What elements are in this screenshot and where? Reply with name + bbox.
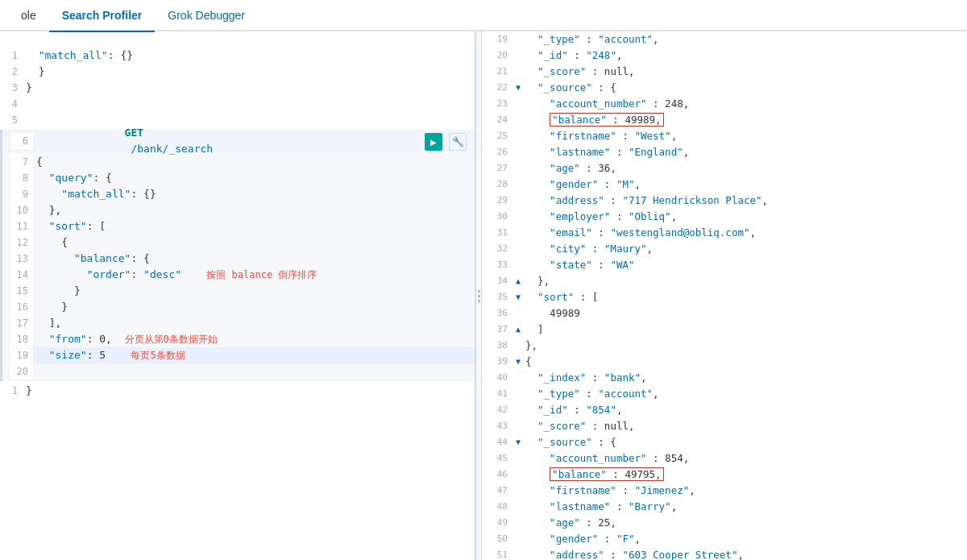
code-line: 17 ], (10, 315, 475, 331)
result-line: 36 49989 (482, 305, 967, 321)
result-line: 26 "lastname" : "England", (482, 144, 967, 160)
result-line: 42 "_id" : "854", (482, 402, 967, 418)
result-line: 32 "city" : "Maury", (482, 241, 967, 257)
result-line: 34 ▲ }, (482, 273, 967, 289)
result-line: 37 ▲ ] (482, 321, 967, 338)
result-line: 48 "lastname" : "Barry", (482, 499, 967, 515)
result-line: 22 ▼ "_source" : { (482, 80, 967, 96)
result-line: 31 "email" : "westengland@obliq.com", (482, 225, 967, 241)
code-line: 11 "sort": [ (10, 218, 475, 234)
code-line: 18 "from": 0, 分页从第0条数据开始 (10, 331, 475, 347)
result-line: 33 "state" : "WA" (482, 257, 967, 273)
json-body: 7 { 8 "query": { 9 "match_all": {} (2, 152, 475, 381)
result-line: 41 "_type" : "account", (482, 386, 967, 402)
result-line: 27 "age" : 36, (482, 160, 967, 176)
result-line: 39 ▼ { (482, 354, 967, 370)
result-line: 35 ▼ "sort" : [ (482, 289, 967, 305)
result-line-highlighted-2: 46 "balance" : 49795, (482, 467, 967, 483)
divider-dot (478, 290, 480, 292)
code-line: 1 } (0, 383, 475, 399)
config-button[interactable]: 🔧 (449, 133, 467, 151)
code-line: 1 "match_all": {} (0, 48, 475, 64)
result-line: 29 "address" : "717 Hendrickson Place", (482, 193, 967, 209)
result-line: 21 "_score" : null, (482, 64, 967, 80)
request-header-line: 6 GET /bank/_search ▶ 🔧 (2, 130, 475, 152)
code-line (0, 31, 475, 48)
tab-console[interactable]: ole (8, 0, 49, 31)
tab-grok-debugger[interactable]: Grok Debugger (155, 0, 258, 31)
result-line: 44 ▼ "_source" : { (482, 434, 967, 450)
panel-divider[interactable] (475, 31, 482, 560)
result-line: 30 "employer" : "Obliq", (482, 209, 967, 225)
code-line: 9 "match_all": {} (10, 186, 475, 202)
result-line: 38 }, (482, 338, 967, 354)
wrench-icon: 🔧 (452, 136, 464, 147)
result-line: 40 "_index" : "bank", (482, 370, 967, 386)
divider-dot (478, 300, 480, 302)
code-line: 20 (10, 363, 475, 380)
result-line: 45 "account_number" : 854, (482, 450, 967, 467)
code-line: 10 }, (10, 202, 475, 218)
editor-area[interactable]: 1 "match_all": {} 2 } 3 } 4 5 (0, 31, 475, 560)
result-line: 43 "_score" : null, (482, 418, 967, 434)
top-nav: ole Search Profiler Grok Debugger (0, 0, 967, 31)
main-content: 1 "match_all": {} 2 } 3 } 4 5 (0, 31, 967, 560)
result-line: 51 "address" : "603 Cooper Street", (482, 547, 967, 560)
divider-dot (478, 295, 480, 297)
results-content[interactable]: 19 "_type" : "account", 20 "_id" : "248"… (482, 31, 967, 560)
code-line-highlighted: 19 "size": 5 每页5条数据 (10, 347, 475, 363)
left-editor-panel: 1 "match_all": {} 2 } 3 } 4 5 (0, 31, 475, 560)
result-line: 49 "age" : 25, (482, 515, 967, 531)
result-line: 25 "firstname" : "West", (482, 128, 967, 144)
request-actions: ▶ 🔧 (425, 133, 467, 151)
result-line: 23 "account_number" : 248, (482, 96, 967, 112)
code-line: 16 } (10, 299, 475, 315)
result-line: 20 "_id" : "248", (482, 48, 967, 64)
right-results-panel: 19 "_type" : "account", 20 "_id" : "248"… (482, 31, 967, 560)
tab-search-profiler[interactable]: Search Profiler (49, 0, 156, 31)
code-line: 2 } (0, 64, 475, 80)
code-line: 13 "balance": { (10, 251, 475, 267)
code-line: 15 } (10, 283, 475, 299)
play-button[interactable]: ▶ (425, 133, 442, 151)
result-line: 28 "gender" : "M", (482, 176, 967, 193)
request-block: 6 GET /bank/_search ▶ 🔧 (0, 130, 475, 381)
code-line: 3 } (0, 80, 475, 96)
code-line: 14 "order": "desc" 按照 balance 倒序排序 (10, 267, 475, 283)
result-line: 47 "firstname" : "Jimenez", (482, 483, 967, 499)
play-icon: ▶ (430, 138, 437, 147)
result-line-highlighted: 24 "balance" : 49989, (482, 112, 967, 128)
result-line: 50 "gender" : "F", (482, 531, 967, 547)
code-line: 12 { (10, 234, 475, 251)
app-container: ole Search Profiler Grok Debugger 1 "mat… (0, 0, 967, 560)
result-line: 19 "_type" : "account", (482, 31, 967, 48)
